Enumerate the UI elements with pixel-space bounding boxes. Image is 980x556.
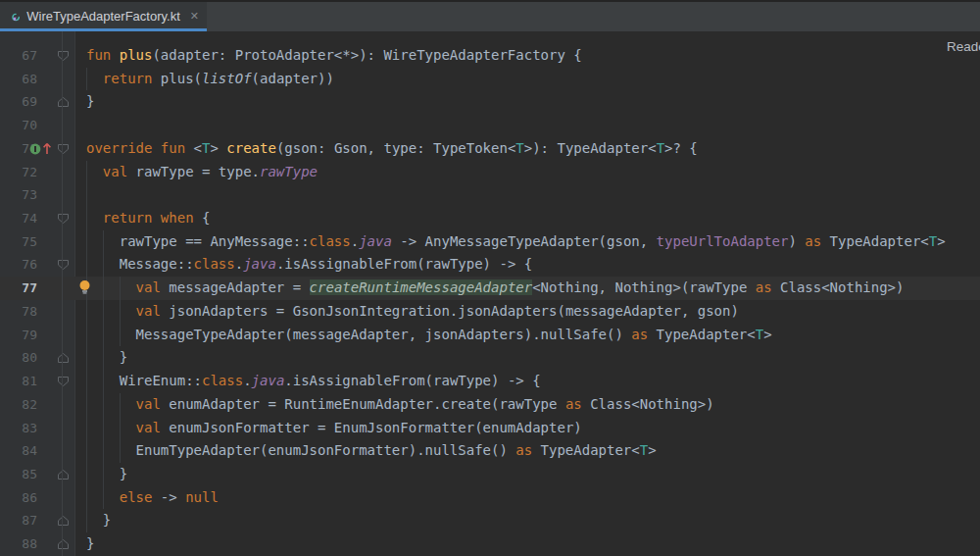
- line-number[interactable]: 73: [0, 183, 37, 207]
- line-number[interactable]: 85: [0, 463, 37, 486]
- fold-marker[interactable]: [56, 44, 70, 68]
- code-text: fun plus(adapter: ProtoAdapter<*>): Wire…: [86, 44, 582, 68]
- line-number[interactable]: 67: [0, 44, 37, 68]
- code-text: }: [86, 532, 94, 556]
- line-number[interactable]: 86: [0, 486, 37, 510]
- code-line: 80 }: [0, 346, 980, 370]
- line-number[interactable]: 74: [0, 207, 37, 230]
- code-text: }: [86, 90, 94, 114]
- fold-collapse-icon[interactable]: [57, 259, 70, 271]
- code-line: 85 }: [0, 463, 980, 486]
- fold-collapse-icon[interactable]: [57, 50, 70, 62]
- line-number[interactable]: 69: [0, 90, 37, 114]
- tab-wiretypeadapterfactory[interactable]: WireTypeAdapterFactory.kt ✕: [0, 2, 207, 31]
- line-number[interactable]: 68: [0, 68, 37, 91]
- code-line: 83 val enumJsonFormatter = EnumJsonForma…: [0, 417, 980, 440]
- line-number[interactable]: 82: [0, 393, 37, 417]
- code-text: }: [86, 346, 127, 370]
- code-editor[interactable]: 67fun plus(adapter: ProtoAdapter<*>): Wi…: [0, 31, 980, 556]
- code-line: 70: [0, 114, 980, 137]
- line-number[interactable]: 78: [0, 300, 37, 324]
- fold-marker[interactable]: [56, 463, 70, 486]
- code-line: 75 rawType == AnyMessage::class.java -> …: [0, 230, 980, 254]
- fold-marker[interactable]: [56, 90, 70, 114]
- code-line: 84 EnumTypeAdapter(enumJsonFormatter).nu…: [0, 439, 980, 463]
- line-number[interactable]: 83: [0, 417, 37, 440]
- line-number[interactable]: 81: [0, 370, 37, 393]
- fold-marker[interactable]: [56, 532, 70, 556]
- code-lines: 67fun plus(adapter: ProtoAdapter<*>): Wi…: [0, 44, 980, 556]
- fold-marker[interactable]: [56, 253, 70, 277]
- code-text: else -> null: [86, 486, 219, 510]
- fold-expand-icon[interactable]: [57, 96, 70, 108]
- code-line: 69}: [0, 90, 980, 114]
- line-number[interactable]: 88: [0, 532, 37, 556]
- editor-tab-bar: WireTypeAdapterFactory.kt ✕: [0, 2, 980, 31]
- overrides-up-arrow-icon[interactable]: [42, 142, 52, 155]
- code-text: WireEnum::class.java.isAssignableFrom(ra…: [86, 370, 541, 393]
- code-line: 88}: [0, 532, 980, 556]
- ide-window: WireTypeAdapterFactory.kt ✕ Reade 67fun …: [0, 0, 980, 556]
- code-text: return when {: [86, 207, 210, 230]
- code-line: 72 val rawType = type.rawType: [0, 161, 980, 184]
- code-line: 87 }: [0, 509, 980, 532]
- line-number[interactable]: 76: [0, 253, 37, 277]
- code-line: 76 Message::class.java.isAssignableFrom(…: [0, 253, 980, 277]
- code-line: 77 val messageAdapter = createRuntimeMes…: [0, 277, 980, 300]
- code-line: 68 return plus(listOf(adapter)): [0, 68, 980, 91]
- line-number[interactable]: 80: [0, 346, 37, 370]
- code-line: 82 val enumAdapter = RuntimeEnumAdapter.…: [0, 393, 980, 417]
- fold-expand-icon[interactable]: [57, 352, 70, 364]
- line-number[interactable]: 72: [0, 161, 37, 184]
- code-line: 67fun plus(adapter: ProtoAdapter<*>): Wi…: [0, 44, 980, 68]
- line-number[interactable]: 70: [0, 114, 37, 137]
- fold-marker[interactable]: [56, 370, 70, 393]
- fold-expand-icon[interactable]: [57, 538, 70, 550]
- line-number[interactable]: 84: [0, 439, 37, 463]
- intention-bulb-icon[interactable]: [77, 279, 92, 295]
- close-icon[interactable]: ✕: [190, 10, 199, 23]
- code-text: val jsonAdapters = GsonJsonIntegration.j…: [86, 300, 739, 324]
- code-line: 86 else -> null: [0, 486, 980, 510]
- fold-marker[interactable]: [56, 346, 70, 370]
- gutter-icons: [29, 137, 52, 161]
- code-text: return plus(listOf(adapter)): [86, 68, 334, 91]
- line-number[interactable]: 79: [0, 324, 37, 347]
- fold-collapse-icon[interactable]: [57, 376, 70, 387]
- code-line: 78 val jsonAdapters = GsonJsonIntegratio…: [0, 300, 980, 324]
- code-line: 74 return when {: [0, 207, 980, 230]
- fold-marker[interactable]: [56, 509, 70, 532]
- line-number[interactable]: 77: [0, 277, 37, 300]
- fold-collapse-icon[interactable]: [57, 213, 70, 225]
- fold-marker[interactable]: [56, 137, 70, 161]
- code-line: 81 WireEnum::class.java.isAssignableFrom…: [0, 370, 980, 393]
- kotlin-file-icon: [12, 9, 20, 25]
- implementing-marker-icon[interactable]: [29, 143, 41, 155]
- code-text: }: [86, 509, 111, 532]
- code-line: 71override fun <T> create(gson: Gson, ty…: [0, 137, 980, 161]
- code-text: MessageTypeAdapter(messageAdapter, jsonA…: [86, 324, 772, 347]
- code-text: Message::class.java.isAssignableFrom(raw…: [86, 253, 532, 277]
- tab-title: WireTypeAdapterFactory.kt: [26, 9, 180, 24]
- code-text: val enumJsonFormatter = EnumJsonFormatte…: [86, 417, 582, 440]
- fold-expand-icon[interactable]: [57, 469, 70, 480]
- code-text: rawType == AnyMessage::class.java -> Any…: [86, 230, 946, 254]
- code-text: val rawType = type.rawType: [86, 161, 318, 184]
- fold-collapse-icon[interactable]: [57, 143, 70, 155]
- fold-expand-icon[interactable]: [57, 515, 70, 527]
- code-line: 79 MessageTypeAdapter(messageAdapter, js…: [0, 324, 980, 347]
- fold-marker[interactable]: [56, 207, 70, 230]
- line-number[interactable]: 87: [0, 509, 37, 532]
- line-number[interactable]: 75: [0, 230, 37, 254]
- code-text: val messageAdapter = createRuntimeMessag…: [86, 277, 904, 300]
- code-text: val enumAdapter = RuntimeEnumAdapter.cre…: [86, 393, 714, 417]
- code-text: EnumTypeAdapter(enumJsonFormatter).nullS…: [86, 439, 657, 463]
- code-text: override fun <T> create(gson: Gson, type…: [86, 137, 698, 161]
- code-text: }: [86, 463, 127, 486]
- code-line: 73: [0, 183, 980, 207]
